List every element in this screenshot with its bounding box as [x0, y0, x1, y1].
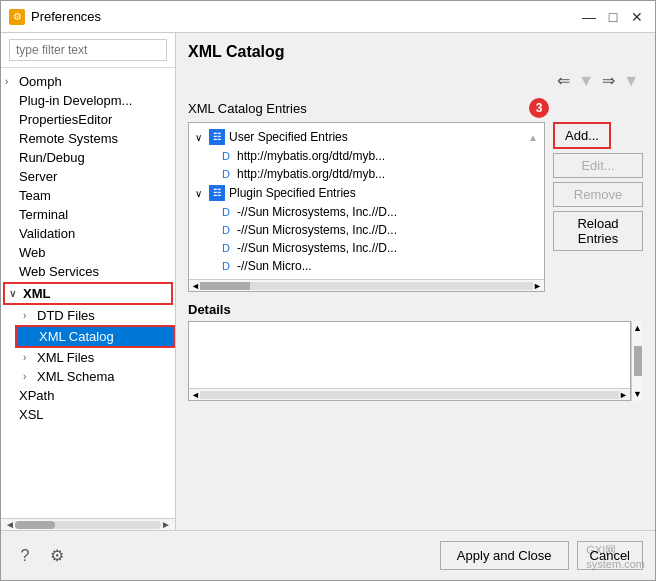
sidebar-item-label: Plug-in Developm...	[19, 93, 171, 108]
help-button[interactable]: ?	[13, 544, 37, 568]
user-entries-items: D http://mybatis.org/dtd/myb... D http:/…	[189, 147, 544, 183]
hscroll-track[interactable]	[200, 391, 619, 399]
scroll-left-btn[interactable]: ◄	[5, 519, 15, 530]
sidebar-item-remote[interactable]: Remote Systems	[1, 129, 175, 148]
bottom-bar: ? ⚙ Apply and Close Cancel	[1, 530, 655, 580]
user-entries-label: User Specified Entries	[229, 130, 348, 144]
details-content	[189, 322, 630, 388]
sidebar-item-web[interactable]: Web	[1, 243, 175, 262]
sidebar-item-label: DTD Files	[37, 308, 171, 323]
plugin-entries-group[interactable]: ∨ ☷ Plugin Specified Entries	[189, 183, 544, 203]
dtd-icon: D	[219, 167, 233, 181]
settings-button[interactable]: ⚙	[45, 544, 69, 568]
sidebar-item-label: Validation	[19, 226, 171, 241]
maximize-button[interactable]: □	[603, 7, 623, 27]
sidebar-item-plugin[interactable]: Plug-in Developm...	[1, 91, 175, 110]
scroll-left-btn[interactable]: ◄	[191, 390, 200, 400]
entries-header: XML Catalog Entries 3	[188, 98, 643, 118]
scroll-right-btn[interactable]: ►	[161, 519, 171, 530]
sidebar-item-label: Terminal	[19, 207, 171, 222]
catalog-item-label: -//Sun Microsystems, Inc.//D...	[237, 205, 397, 219]
hscroll-track[interactable]	[200, 282, 533, 290]
sidebar-item-oomph[interactable]: › Oomph	[1, 72, 175, 91]
sidebar-item-xmlfiles[interactable]: › XML Files	[15, 348, 175, 367]
chevron-icon: ∨	[195, 132, 209, 143]
sidebar-item-label: XSL	[19, 407, 171, 422]
dtd-icon: D	[219, 223, 233, 237]
details-hscrollbar[interactable]: ◄ ►	[189, 388, 630, 400]
search-box	[1, 33, 175, 68]
title-bar: ⚙ Preferences — □ ✕	[1, 1, 655, 33]
catalog-main-box: ∨ ☷ User Specified Entries ▲ D http://my…	[188, 122, 545, 292]
add-button[interactable]: Add...	[553, 122, 611, 149]
catalog-item[interactable]: D -//Sun Microsystems, Inc.//D...	[213, 203, 544, 221]
close-button[interactable]: ✕	[627, 7, 647, 27]
apply-close-button[interactable]: Apply and Close	[440, 541, 569, 570]
panel-toolbar: ⇐ ▼ ⇒ ▼	[188, 69, 643, 92]
plugin-entries-items: D -//Sun Microsystems, Inc.//D... D -//S…	[189, 203, 544, 275]
details-vscrollbar[interactable]: ▲ ▼	[631, 321, 643, 401]
catalog-item[interactable]: D -//Sun Microsystems, Inc.//D...	[213, 221, 544, 239]
reload-button[interactable]: Reload Entries	[553, 211, 643, 251]
user-entries-group[interactable]: ∨ ☷ User Specified Entries ▲	[189, 127, 544, 147]
scroll-up-icon: ▲	[633, 323, 642, 333]
sidebar-item-label: XML Schema	[37, 369, 171, 384]
sidebar: › Oomph Plug-in Developm... PropertiesEd…	[1, 33, 176, 530]
sidebar-item-xmlschema[interactable]: › XML Schema	[15, 367, 175, 386]
catalog-item[interactable]: D -//Sun Microsystems, Inc.//D...	[213, 239, 544, 257]
scroll-right-btn[interactable]: ►	[533, 281, 542, 291]
remove-button[interactable]: Remove	[553, 182, 643, 207]
dtd-icon: D	[219, 259, 233, 273]
sidebar-item-server[interactable]: Server	[1, 167, 175, 186]
back-dropdown-btn[interactable]: ▼	[574, 69, 598, 92]
details-box-wrapper: ◄ ► ▲ ▼	[188, 321, 643, 401]
right-panel: XML Catalog ⇐ ▼ ⇒ ▼ XML Catalog Entries …	[176, 33, 655, 530]
sidebar-tree: › Oomph Plug-in Developm... PropertiesEd…	[1, 68, 175, 518]
sidebar-item-label: XPath	[19, 388, 171, 403]
details-box: ◄ ►	[188, 321, 631, 401]
cancel-button[interactable]: Cancel	[577, 541, 643, 570]
hscroll-thumb	[15, 521, 55, 529]
sidebar-item-label: Web	[19, 245, 171, 260]
sidebar-item-properties[interactable]: PropertiesEditor	[1, 110, 175, 129]
entries-label: XML Catalog Entries	[188, 101, 307, 116]
sidebar-item-xpath[interactable]: XPath	[1, 386, 175, 405]
sidebar-hscrollbar[interactable]: ◄ ►	[1, 518, 175, 530]
catalog-item-label: -//Sun Microsystems, Inc.//D...	[237, 241, 397, 255]
filter-input[interactable]	[9, 39, 167, 61]
catalog-tree-container: ∨ ☷ User Specified Entries ▲ D http://my…	[188, 122, 545, 292]
details-label: Details	[188, 302, 643, 317]
edit-button[interactable]: Edit...	[553, 153, 643, 178]
step3-badge: 3	[529, 98, 549, 118]
catalog-item[interactable]: D -//Sun Micro...	[213, 257, 544, 275]
window-icon: ⚙	[9, 9, 25, 25]
dtd-icon: D	[219, 149, 233, 163]
sidebar-item-label: Remote Systems	[19, 131, 171, 146]
window-controls: — □ ✕	[579, 7, 647, 27]
catalog-hscrollbar[interactable]: ◄ ►	[189, 279, 544, 291]
scroll-right-btn[interactable]: ►	[619, 390, 628, 400]
sidebar-item-validation[interactable]: Validation	[1, 224, 175, 243]
catalog-tree: ∨ ☷ User Specified Entries ▲ D http://my…	[189, 123, 544, 279]
group-icon: ☷	[209, 129, 225, 145]
sidebar-item-terminal[interactable]: Terminal	[1, 205, 175, 224]
sidebar-item-xsl[interactable]: XSL	[1, 405, 175, 424]
minimize-button[interactable]: —	[579, 7, 599, 27]
catalog-item[interactable]: D http://mybatis.org/dtd/myb...	[213, 165, 544, 183]
sidebar-item-xmlcatalog[interactable]: XML Catalog	[15, 325, 175, 348]
hscroll-thumb	[200, 282, 250, 290]
sidebar-item-team[interactable]: Team	[1, 186, 175, 205]
catalog-item[interactable]: D http://mybatis.org/dtd/myb...	[213, 147, 544, 165]
sidebar-item-rundebug[interactable]: Run/Debug	[1, 148, 175, 167]
forward-btn[interactable]: ⇒	[598, 69, 619, 92]
sidebar-item-xml[interactable]: ∨ XML	[5, 284, 171, 303]
back-btn[interactable]: ⇐	[553, 69, 574, 92]
forward-dropdown-btn[interactable]: ▼	[619, 69, 643, 92]
hscroll-track[interactable]	[15, 521, 161, 529]
main-content: › Oomph Plug-in Developm... PropertiesEd…	[1, 33, 655, 530]
catalog-area: ∨ ☷ User Specified Entries ▲ D http://my…	[188, 122, 643, 292]
catalog-item-label: http://mybatis.org/dtd/myb...	[237, 167, 385, 181]
scroll-left-btn[interactable]: ◄	[191, 281, 200, 291]
sidebar-item-webservices[interactable]: Web Services	[1, 262, 175, 281]
sidebar-item-dtd[interactable]: › DTD Files	[15, 306, 175, 325]
